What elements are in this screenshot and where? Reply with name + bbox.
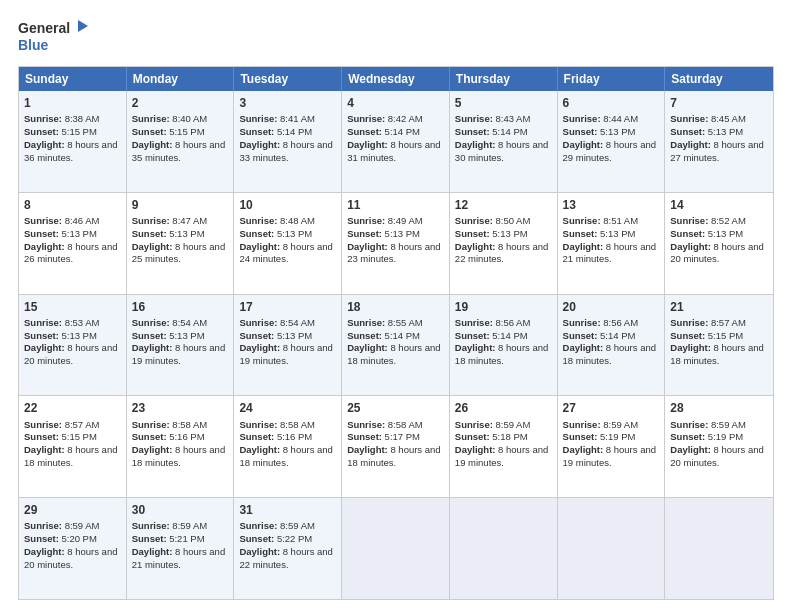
day-info-line: Sunset: 5:13 PM xyxy=(239,228,336,241)
day-number: 1 xyxy=(24,95,121,111)
day-info-line: Daylight: 8 hours and 18 minutes. xyxy=(347,444,444,470)
day-info-line: Sunset: 5:17 PM xyxy=(347,431,444,444)
day-info-line: Sunrise: 8:46 AM xyxy=(24,215,121,228)
calendar-week: 1Sunrise: 8:38 AMSunset: 5:15 PMDaylight… xyxy=(19,91,773,193)
day-info-line: Sunset: 5:13 PM xyxy=(132,228,229,241)
day-info-line: Sunrise: 8:48 AM xyxy=(239,215,336,228)
day-info-line: Sunrise: 8:47 AM xyxy=(132,215,229,228)
calendar: SundayMondayTuesdayWednesdayThursdayFrid… xyxy=(18,66,774,600)
calendar-week: 29Sunrise: 8:59 AMSunset: 5:20 PMDayligh… xyxy=(19,498,773,599)
day-info-line: Sunset: 5:15 PM xyxy=(132,126,229,139)
day-info-line: Sunset: 5:14 PM xyxy=(239,126,336,139)
day-info-line: Daylight: 8 hours and 33 minutes. xyxy=(239,139,336,165)
calendar-week: 8Sunrise: 8:46 AMSunset: 5:13 PMDaylight… xyxy=(19,193,773,295)
day-info-line: Sunrise: 8:58 AM xyxy=(132,419,229,432)
day-cell: 27Sunrise: 8:59 AMSunset: 5:19 PMDayligh… xyxy=(558,396,666,497)
day-cell: 11Sunrise: 8:49 AMSunset: 5:13 PMDayligh… xyxy=(342,193,450,294)
day-info-line: Daylight: 8 hours and 23 minutes. xyxy=(347,241,444,267)
day-number: 28 xyxy=(670,400,768,416)
day-cell: 30Sunrise: 8:59 AMSunset: 5:21 PMDayligh… xyxy=(127,498,235,599)
day-number: 27 xyxy=(563,400,660,416)
day-number: 4 xyxy=(347,95,444,111)
day-cell: 17Sunrise: 8:54 AMSunset: 5:13 PMDayligh… xyxy=(234,295,342,396)
day-number: 31 xyxy=(239,502,336,518)
day-info-line: Daylight: 8 hours and 20 minutes. xyxy=(24,342,121,368)
day-number: 2 xyxy=(132,95,229,111)
day-info-line: Sunset: 5:14 PM xyxy=(347,330,444,343)
day-info-line: Daylight: 8 hours and 30 minutes. xyxy=(455,139,552,165)
empty-cell xyxy=(558,498,666,599)
day-number: 16 xyxy=(132,299,229,315)
day-cell: 16Sunrise: 8:54 AMSunset: 5:13 PMDayligh… xyxy=(127,295,235,396)
day-info-line: Sunrise: 8:38 AM xyxy=(24,113,121,126)
svg-text:General: General xyxy=(18,20,70,36)
page: General Blue SundayMondayTuesdayWednesda… xyxy=(0,0,792,612)
day-info-line: Sunset: 5:13 PM xyxy=(24,330,121,343)
day-number: 14 xyxy=(670,197,768,213)
day-number: 21 xyxy=(670,299,768,315)
day-number: 15 xyxy=(24,299,121,315)
day-cell: 9Sunrise: 8:47 AMSunset: 5:13 PMDaylight… xyxy=(127,193,235,294)
day-cell: 26Sunrise: 8:59 AMSunset: 5:18 PMDayligh… xyxy=(450,396,558,497)
day-info-line: Sunrise: 8:45 AM xyxy=(670,113,768,126)
day-number: 11 xyxy=(347,197,444,213)
day-info-line: Sunrise: 8:57 AM xyxy=(24,419,121,432)
weekday-header: Wednesday xyxy=(342,67,450,91)
day-info-line: Daylight: 8 hours and 35 minutes. xyxy=(132,139,229,165)
day-info-line: Daylight: 8 hours and 18 minutes. xyxy=(239,444,336,470)
empty-cell xyxy=(450,498,558,599)
day-info-line: Sunset: 5:14 PM xyxy=(455,126,552,139)
day-cell: 18Sunrise: 8:55 AMSunset: 5:14 PMDayligh… xyxy=(342,295,450,396)
day-info-line: Sunset: 5:21 PM xyxy=(132,533,229,546)
day-cell: 25Sunrise: 8:58 AMSunset: 5:17 PMDayligh… xyxy=(342,396,450,497)
day-info-line: Sunrise: 8:59 AM xyxy=(132,520,229,533)
day-cell: 13Sunrise: 8:51 AMSunset: 5:13 PMDayligh… xyxy=(558,193,666,294)
day-info-line: Sunset: 5:13 PM xyxy=(563,228,660,241)
day-cell: 6Sunrise: 8:44 AMSunset: 5:13 PMDaylight… xyxy=(558,91,666,192)
day-cell: 2Sunrise: 8:40 AMSunset: 5:15 PMDaylight… xyxy=(127,91,235,192)
day-info-line: Sunset: 5:20 PM xyxy=(24,533,121,546)
day-info-line: Sunset: 5:13 PM xyxy=(347,228,444,241)
day-info-line: Sunrise: 8:59 AM xyxy=(239,520,336,533)
day-info-line: Daylight: 8 hours and 26 minutes. xyxy=(24,241,121,267)
day-info-line: Sunset: 5:13 PM xyxy=(239,330,336,343)
day-info-line: Sunrise: 8:55 AM xyxy=(347,317,444,330)
empty-cell xyxy=(342,498,450,599)
day-number: 5 xyxy=(455,95,552,111)
day-cell: 10Sunrise: 8:48 AMSunset: 5:13 PMDayligh… xyxy=(234,193,342,294)
day-info-line: Sunset: 5:14 PM xyxy=(347,126,444,139)
day-number: 12 xyxy=(455,197,552,213)
day-info-line: Sunset: 5:19 PM xyxy=(670,431,768,444)
calendar-header: SundayMondayTuesdayWednesdayThursdayFrid… xyxy=(19,67,773,91)
day-cell: 12Sunrise: 8:50 AMSunset: 5:13 PMDayligh… xyxy=(450,193,558,294)
day-info-line: Daylight: 8 hours and 19 minutes. xyxy=(132,342,229,368)
day-cell: 28Sunrise: 8:59 AMSunset: 5:19 PMDayligh… xyxy=(665,396,773,497)
day-info-line: Sunset: 5:18 PM xyxy=(455,431,552,444)
day-number: 7 xyxy=(670,95,768,111)
day-info-line: Sunrise: 8:59 AM xyxy=(24,520,121,533)
day-number: 18 xyxy=(347,299,444,315)
day-info-line: Sunset: 5:13 PM xyxy=(455,228,552,241)
day-number: 29 xyxy=(24,502,121,518)
day-cell: 8Sunrise: 8:46 AMSunset: 5:13 PMDaylight… xyxy=(19,193,127,294)
empty-cell xyxy=(665,498,773,599)
day-number: 13 xyxy=(563,197,660,213)
day-cell: 1Sunrise: 8:38 AMSunset: 5:15 PMDaylight… xyxy=(19,91,127,192)
day-info-line: Sunrise: 8:58 AM xyxy=(347,419,444,432)
day-info-line: Daylight: 8 hours and 19 minutes. xyxy=(563,444,660,470)
day-cell: 15Sunrise: 8:53 AMSunset: 5:13 PMDayligh… xyxy=(19,295,127,396)
svg-text:Blue: Blue xyxy=(18,37,49,53)
day-info-line: Sunrise: 8:56 AM xyxy=(455,317,552,330)
day-info-line: Sunrise: 8:53 AM xyxy=(24,317,121,330)
day-number: 23 xyxy=(132,400,229,416)
day-info-line: Sunrise: 8:43 AM xyxy=(455,113,552,126)
day-info-line: Sunrise: 8:40 AM xyxy=(132,113,229,126)
day-info-line: Sunrise: 8:56 AM xyxy=(563,317,660,330)
day-info-line: Daylight: 8 hours and 20 minutes. xyxy=(670,241,768,267)
day-info-line: Daylight: 8 hours and 25 minutes. xyxy=(132,241,229,267)
weekday-header: Friday xyxy=(558,67,666,91)
day-info-line: Daylight: 8 hours and 29 minutes. xyxy=(563,139,660,165)
day-info-line: Sunrise: 8:54 AM xyxy=(132,317,229,330)
day-cell: 23Sunrise: 8:58 AMSunset: 5:16 PMDayligh… xyxy=(127,396,235,497)
calendar-week: 15Sunrise: 8:53 AMSunset: 5:13 PMDayligh… xyxy=(19,295,773,397)
